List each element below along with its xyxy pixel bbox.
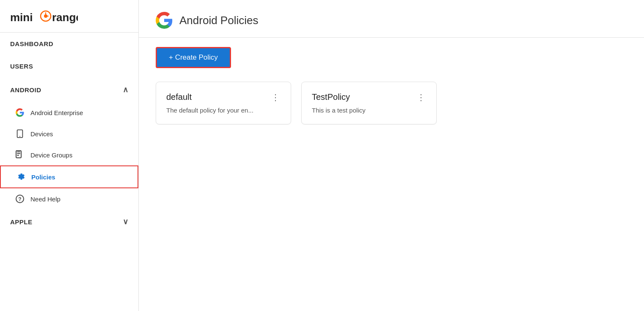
svg-text:?: ? xyxy=(18,196,21,202)
device-groups-label: Device Groups xyxy=(30,151,72,159)
sidebar-item-users[interactable]: USERS xyxy=(0,55,138,77)
svg-rect-11 xyxy=(17,155,19,156)
phone-icon xyxy=(15,129,25,138)
sidebar-item-android[interactable]: ANDROID ∧ xyxy=(0,77,138,102)
svg-point-7 xyxy=(19,136,20,137)
page-header: Android Policies xyxy=(139,0,644,38)
sidebar: mini range DASHBOARD USERS ANDROID ∧ xyxy=(0,0,139,311)
android-chevron-icon: ∧ xyxy=(123,85,129,94)
svg-rect-9 xyxy=(17,151,20,152)
policies-label: Policies xyxy=(31,173,55,181)
page-title: Android Policies xyxy=(179,14,258,27)
sidebar-item-dashboard[interactable]: DASHBOARD xyxy=(0,33,138,55)
google-g-icon xyxy=(15,108,25,117)
help-icon: ? xyxy=(15,194,25,204)
policy-options-button[interactable]: ⋮ xyxy=(414,92,428,102)
apple-chevron-icon: ∨ xyxy=(123,217,129,226)
logo: mini range xyxy=(10,8,78,25)
sidebar-item-need-help[interactable]: ? Need Help xyxy=(0,188,138,209)
logo-area: mini range xyxy=(0,0,138,33)
settings-icon xyxy=(16,172,25,182)
apple-label: APPLE xyxy=(10,218,33,226)
devices-label: Devices xyxy=(30,130,53,138)
sidebar-item-policies[interactable]: Policies xyxy=(0,165,138,188)
miniorange-logo: mini range xyxy=(10,8,78,25)
navigation: DASHBOARD USERS ANDROID ∧ xyxy=(0,33,138,311)
android-label: ANDROID xyxy=(10,86,41,94)
android-sub-menu: Android Enterprise Devices xyxy=(0,102,138,209)
policy-card-header: default ⋮ xyxy=(166,92,282,102)
sidebar-item-apple[interactable]: APPLE ∨ xyxy=(0,209,138,234)
policy-name: TestPolicy xyxy=(312,92,350,102)
policy-cards-container: default ⋮ The default policy for your en… xyxy=(139,77,644,141)
svg-rect-10 xyxy=(17,153,20,154)
device-groups-icon xyxy=(15,150,25,160)
sidebar-item-device-groups[interactable]: Device Groups xyxy=(0,144,138,165)
sidebar-item-devices[interactable]: Devices xyxy=(0,123,138,144)
svg-text:range: range xyxy=(52,11,78,24)
toolbar: + Create Policy xyxy=(139,38,644,77)
policy-card-header: TestPolicy ⋮ xyxy=(312,92,428,102)
policy-description: The default policy for your en... xyxy=(166,107,282,114)
policy-description: This is a test policy xyxy=(312,107,428,114)
svg-text:mini: mini xyxy=(10,11,33,24)
sidebar-item-android-enterprise[interactable]: Android Enterprise xyxy=(0,102,138,123)
policy-card-default: default ⋮ The default policy for your en… xyxy=(156,82,291,124)
policy-options-button[interactable]: ⋮ xyxy=(269,92,282,102)
create-policy-button[interactable]: + Create Policy xyxy=(156,47,231,68)
android-enterprise-label: Android Enterprise xyxy=(30,109,83,116)
main-content: Android Policies + Create Policy default… xyxy=(139,0,644,311)
google-g-icon xyxy=(156,12,173,29)
need-help-label: Need Help xyxy=(30,195,61,203)
policy-card-testpolicy: TestPolicy ⋮ This is a test policy xyxy=(301,82,437,124)
policy-name: default xyxy=(166,92,192,102)
